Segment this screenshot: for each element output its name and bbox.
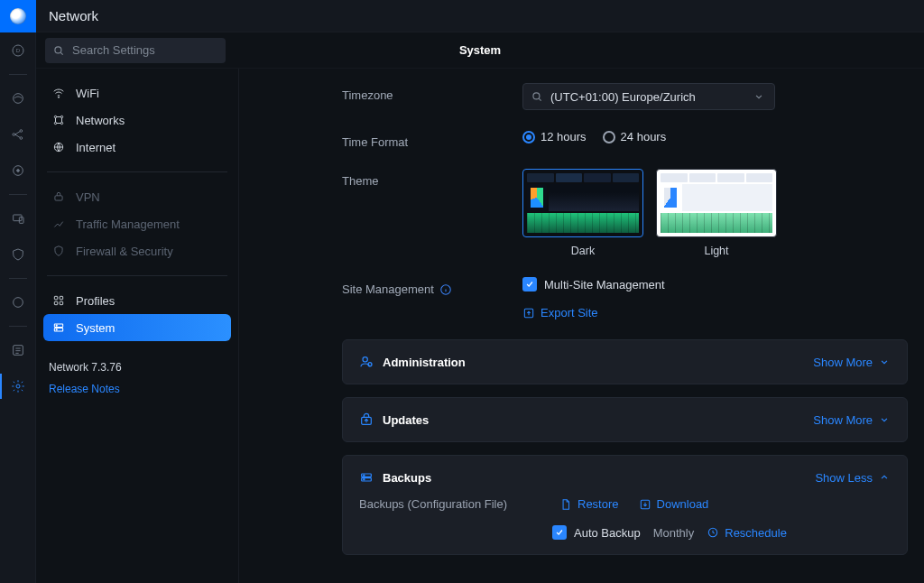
sidebar-item-wifi[interactable]: WiFi <box>43 79 231 106</box>
globe-swirl-icon <box>11 91 25 106</box>
chevron-up-icon <box>878 471 891 484</box>
sidebar-item-profiles[interactable]: Profiles <box>43 287 231 314</box>
sidebar-item-label: Profiles <box>76 294 115 308</box>
sidebar-item-system[interactable]: System <box>43 314 231 341</box>
updates-icon <box>359 412 374 427</box>
svg-point-16 <box>60 116 62 117</box>
svg-text:D: D <box>15 48 20 53</box>
time-format-12h[interactable]: 12 hours <box>522 130 587 143</box>
svg-point-38 <box>364 479 365 480</box>
rail-settings[interactable] <box>0 368 36 404</box>
svg-point-28 <box>56 329 57 330</box>
card-title: Updates <box>383 413 429 427</box>
card-title: Backups <box>383 471 431 485</box>
time-format-24h[interactable]: 24 hours <box>603 130 667 143</box>
sidebar-item-vpn[interactable]: VPN <box>43 183 231 210</box>
sidebar-item-label: Networks <box>76 114 125 127</box>
file-icon <box>559 498 572 511</box>
admin-toggle[interactable]: Show More <box>813 356 891 369</box>
sidebar-item-traffic[interactable]: Traffic Management <box>43 210 231 237</box>
sidebar-item-networks[interactable]: Networks <box>43 106 231 134</box>
rail-topology[interactable] <box>0 116 36 153</box>
sidebar-item-label: Firewall & Security <box>76 245 173 258</box>
timezone-select[interactable]: (UTC+01:00) Europe/Zurich <box>522 83 775 110</box>
app-logo[interactable] <box>0 0 36 32</box>
svg-rect-20 <box>55 196 62 200</box>
networks-icon <box>52 114 67 126</box>
download-link[interactable]: Download <box>639 497 709 511</box>
search-settings-input[interactable] <box>45 38 226 63</box>
svg-point-15 <box>54 116 56 117</box>
sidebar-item-label: WiFi <box>76 87 99 100</box>
time-format-label: Time Format <box>342 130 522 149</box>
system-icon <box>52 321 67 334</box>
restore-link[interactable]: Restore <box>559 497 619 511</box>
checkbox-label: Multi-Site Management <box>544 278 665 292</box>
rail-insights[interactable] <box>0 284 36 320</box>
svg-point-18 <box>60 122 62 124</box>
svg-point-32 <box>363 357 367 362</box>
timezone-value: (UTC+01:00) Europe/Zurich <box>550 90 696 104</box>
theme-option-dark[interactable]: Dark <box>522 169 643 257</box>
link-label: Reschedule <box>725 526 787 540</box>
theme-label: Theme <box>342 169 522 188</box>
wifi-icon <box>52 87 67 99</box>
circle-icon <box>11 295 25 310</box>
site-management-label: Site Management <box>342 277 522 296</box>
rail-security[interactable] <box>0 236 36 273</box>
svg-point-13 <box>55 46 61 52</box>
sidebar-item-label: Traffic Management <box>76 217 180 231</box>
reschedule-link[interactable]: Reschedule <box>707 526 787 540</box>
rail-os[interactable] <box>0 80 36 116</box>
download-icon <box>639 498 651 511</box>
updates-toggle[interactable]: Show More <box>813 413 891 427</box>
info-icon[interactable] <box>439 283 452 296</box>
export-site-link[interactable]: Export Site <box>522 306 598 319</box>
svg-point-5 <box>20 137 23 140</box>
dashboard-circle-icon: D <box>11 43 25 58</box>
svg-rect-8 <box>13 215 21 221</box>
sidebar-item-firewall[interactable]: Firewall & Security <box>43 237 231 264</box>
svg-rect-24 <box>60 301 63 305</box>
auto-backup-checkbox[interactable]: Auto Backup <box>552 525 641 540</box>
rail-dashboard[interactable]: D <box>0 32 36 69</box>
svg-point-14 <box>58 97 59 97</box>
rail-devices[interactable] <box>0 200 36 236</box>
toggle-label: Show More <box>813 356 873 369</box>
svg-point-27 <box>56 325 57 326</box>
release-notes-link[interactable]: Release Notes <box>49 383 226 395</box>
radio-label: 12 hours <box>541 130 587 143</box>
vpn-icon <box>52 190 67 203</box>
card-backups: Backups Show Less Backups (Configuration… <box>342 455 908 555</box>
svg-rect-22 <box>60 296 63 300</box>
svg-point-12 <box>16 384 20 388</box>
sidebar-item-internet[interactable]: Internet <box>43 134 231 161</box>
rail-logs[interactable] <box>0 332 36 368</box>
backups-toggle[interactable]: Show Less <box>815 471 891 485</box>
sidebar-item-label: System <box>76 321 115 335</box>
svg-rect-21 <box>54 296 58 300</box>
search-icon <box>531 90 543 103</box>
shield-outline-icon <box>11 247 25 262</box>
link-label: Download <box>657 497 709 511</box>
topology-icon <box>11 127 25 142</box>
svg-point-17 <box>54 122 56 124</box>
sidebar-item-label: Internet <box>76 141 116 154</box>
svg-point-7 <box>16 170 19 172</box>
radio-dot-icon <box>522 131 535 143</box>
card-updates: Updates Show More <box>342 397 908 442</box>
circle-dot-icon <box>11 163 25 178</box>
backups-sub-label: Backups (Configuration File) <box>359 497 540 511</box>
logo-orb-icon <box>10 8 26 24</box>
profiles-icon <box>52 294 67 307</box>
rail-target[interactable] <box>0 153 36 189</box>
shield-icon <box>52 245 67 257</box>
theme-option-light[interactable]: Light <box>656 169 777 257</box>
svg-point-4 <box>20 130 23 133</box>
app-title: Network <box>49 8 98 23</box>
chevron-down-icon <box>878 413 891 426</box>
link-label: Restore <box>578 497 619 511</box>
search-icon <box>52 44 65 57</box>
link-label: Export Site <box>541 306 598 319</box>
multi-site-checkbox[interactable]: Multi-Site Management <box>522 277 665 292</box>
